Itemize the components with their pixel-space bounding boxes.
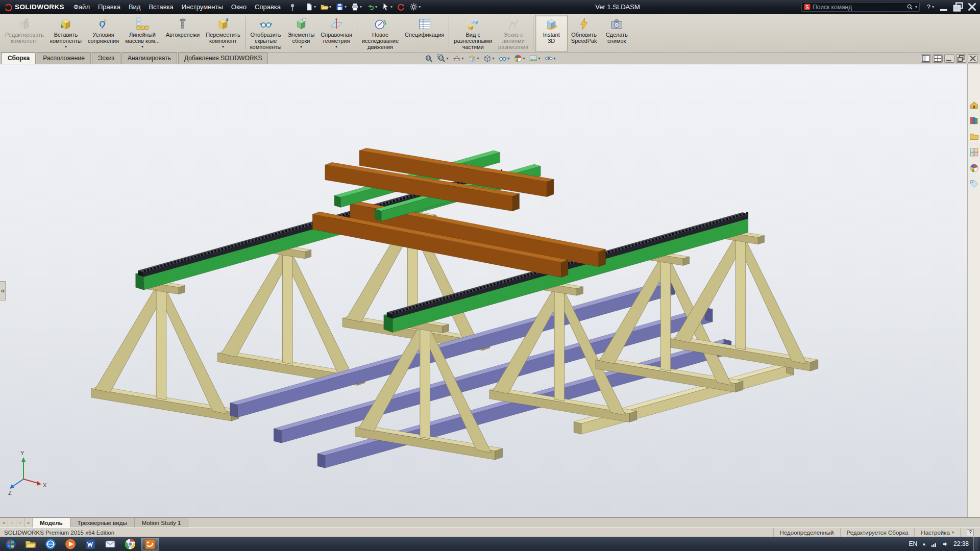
- view-settings-button[interactable]: ▾: [544, 54, 557, 63]
- doc-pane-left-button[interactable]: [921, 54, 931, 63]
- menu-file[interactable]: Файл: [69, 1, 94, 13]
- appearance-button[interactable]: ▾: [513, 54, 526, 63]
- menu-help[interactable]: Справка: [251, 1, 285, 13]
- status-custom[interactable]: Настройка ▾: [914, 528, 960, 537]
- taskpane-resources-icon[interactable]: [969, 100, 979, 110]
- menu-insert[interactable]: Вставка: [144, 1, 177, 13]
- menu-window[interactable]: Окно: [227, 1, 251, 13]
- view-settings-dropdown-icon[interactable]: ▾: [554, 56, 556, 61]
- taskbar-tb-folder-button[interactable]: [21, 538, 40, 550]
- options-button[interactable]: ▾: [408, 2, 422, 12]
- mate-button[interactable]: Условия сопряжения: [85, 15, 122, 52]
- volume-icon[interactable]: [942, 541, 949, 547]
- display-style-dropdown-icon[interactable]: ▾: [492, 56, 494, 61]
- orientation-dropdown-icon[interactable]: ▾: [477, 56, 479, 61]
- taskpane-appearance-icon[interactable]: [969, 163, 979, 173]
- open-button[interactable]: ▾: [318, 2, 333, 12]
- network-icon[interactable]: [931, 541, 938, 547]
- zoom-area-dropdown-icon[interactable]: ▾: [446, 56, 448, 61]
- display-style-button[interactable]: ▾: [482, 54, 495, 63]
- doc-pane-grid-button[interactable]: [933, 54, 943, 63]
- section-dropdown-icon[interactable]: ▾: [461, 56, 463, 61]
- reference-geometry-button[interactable]: Справочная геометрия▾: [317, 15, 355, 52]
- doc-tab-motion-study-1[interactable]: Motion Study 1: [135, 518, 189, 528]
- taskbar-start-button[interactable]: [2, 538, 20, 550]
- appearance-dropdown-icon[interactable]: ▾: [523, 56, 525, 61]
- save-dropdown-icon[interactable]: ▾: [345, 5, 347, 9]
- taskbar-tb-mail-button[interactable]: [101, 538, 119, 550]
- exploded-view-button[interactable]: Вид с разнесенными частями: [451, 15, 495, 52]
- reference-geometry-dropdown-icon[interactable]: ▾: [335, 44, 337, 49]
- taskbar-tb-media-button[interactable]: [61, 538, 80, 550]
- doc-tab-3d-views[interactable]: Трехмерные виды: [70, 518, 135, 528]
- help-menu[interactable]: ? ▾: [924, 0, 937, 14]
- tab-addins[interactable]: Добавления SOLIDWORKS: [178, 53, 268, 64]
- hide-show-dropdown-icon[interactable]: ▾: [508, 56, 510, 61]
- clock[interactable]: 22:38: [953, 540, 969, 547]
- taskpane-file-explorer-icon[interactable]: [969, 132, 979, 141]
- smart-fasteners-button[interactable]: Автокрепежи: [163, 15, 203, 52]
- doc-tab-nav-0[interactable]: «: [0, 518, 8, 528]
- speedpak-button[interactable]: Обновить SpeedPak: [568, 15, 600, 52]
- select-button[interactable]: ▾: [380, 2, 394, 12]
- print-button[interactable]: ▾: [349, 2, 363, 12]
- taskpane-view-palette-icon[interactable]: [969, 147, 979, 157]
- wood-sled[interactable]: [312, 148, 605, 278]
- move-component-button[interactable]: Переместить компонент▾: [203, 15, 243, 52]
- hide-show-button[interactable]: ▾: [498, 54, 511, 63]
- move-component-dropdown-icon[interactable]: ▾: [222, 44, 224, 49]
- linear-pattern-dropdown-icon[interactable]: ▾: [141, 44, 143, 49]
- bom-button[interactable]: Спецификация: [402, 15, 447, 52]
- show-hidden-button[interactable]: Отобразить скрытые компоненты: [247, 15, 285, 52]
- search-icon[interactable]: [906, 4, 913, 10]
- taskbar-tb-solidworks-button[interactable]: [141, 538, 159, 550]
- menu-view[interactable]: Вид: [125, 1, 145, 13]
- win-min-button[interactable]: [938, 2, 951, 12]
- tab-layout[interactable]: Расположение: [37, 53, 91, 64]
- pin-icon[interactable]: [288, 3, 297, 12]
- tab-evaluate[interactable]: Анализировать: [121, 53, 177, 64]
- scene-dropdown-icon[interactable]: ▾: [538, 56, 541, 61]
- insert-components-dropdown-icon[interactable]: ▾: [65, 44, 67, 49]
- scene-button[interactable]: ▾: [528, 54, 542, 63]
- doc-tab-nav-2[interactable]: ›: [16, 518, 24, 528]
- taskbar-tb-ie-button[interactable]: [41, 538, 60, 550]
- status-help[interactable]: ?: [960, 528, 980, 537]
- doc-tab-nav-3[interactable]: »: [24, 518, 33, 528]
- doc-tab-model[interactable]: Модель: [33, 518, 70, 528]
- motion-study-button[interactable]: Новое исследование движения: [359, 15, 402, 52]
- taskpane-design-library-icon[interactable]: [969, 116, 979, 126]
- win-restore-button[interactable]: [951, 2, 965, 12]
- select-dropdown-icon[interactable]: ▾: [390, 5, 393, 9]
- taskbar-tb-chrome-button[interactable]: [121, 538, 139, 550]
- rebuild-button[interactable]: [395, 2, 407, 12]
- win-close-button[interactable]: [965, 2, 979, 12]
- snapshot-button[interactable]: Сделать снимок: [600, 15, 633, 52]
- assembly-features-dropdown-icon[interactable]: ▾: [300, 44, 302, 49]
- doc-win-min-button[interactable]: [944, 54, 954, 63]
- assembly-model[interactable]: [0, 64, 980, 517]
- featuremanager-splitter[interactable]: [0, 281, 6, 300]
- undo-dropdown-icon[interactable]: ▾: [375, 5, 377, 9]
- insert-components-button[interactable]: Вставить компоненты▾: [47, 15, 85, 52]
- assembly-features-button[interactable]: Элементы сборки▾: [285, 15, 318, 52]
- taskbar-tb-word-button[interactable]: [81, 538, 100, 550]
- tab-assembly[interactable]: Сборка: [2, 53, 36, 64]
- menu-tools[interactable]: Инструменты: [178, 1, 227, 13]
- doc-tab-nav-1[interactable]: ‹: [8, 518, 16, 528]
- tab-sketch[interactable]: Эскиз: [92, 53, 120, 64]
- open-dropdown-icon[interactable]: ▾: [329, 5, 331, 9]
- zoom-area-button[interactable]: ▾: [436, 54, 449, 63]
- language-indicator[interactable]: EN: [909, 540, 917, 547]
- graphics-area[interactable]: YZX: [0, 64, 980, 517]
- search-input[interactable]: [813, 4, 904, 11]
- section-button[interactable]: ▾: [451, 54, 464, 63]
- new-doc-button[interactable]: ▾: [303, 2, 317, 12]
- orientation-button[interactable]: ▾: [467, 54, 480, 63]
- print-dropdown-icon[interactable]: ▾: [360, 5, 362, 9]
- taskpane-custom-properties-icon[interactable]: [969, 179, 979, 189]
- options-dropdown-icon[interactable]: ▾: [419, 5, 421, 9]
- doc-win-close-button[interactable]: [968, 54, 978, 63]
- search-dropdown-icon[interactable]: ▾: [915, 5, 917, 9]
- menu-edit[interactable]: Правка: [94, 1, 125, 13]
